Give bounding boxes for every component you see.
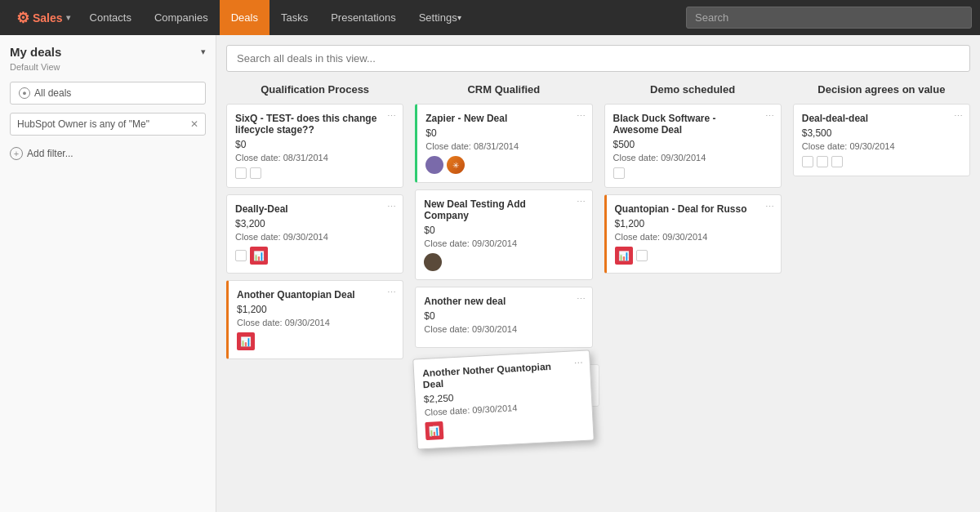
deal-title: Quantopian - Deal for Russo (615, 203, 773, 215)
sidebar: My deals ▾ Default View ● All deals HubS… (0, 35, 216, 512)
hubspot-logo-icon: ⚙ (16, 9, 29, 27)
column-crm-header: CRM Qualified (415, 83, 592, 96)
owner-filter-tag: HubSpot Owner is any of "Me" ✕ (10, 113, 206, 136)
checkbox-icon (613, 167, 625, 179)
add-filter-label: Add filter... (27, 148, 74, 159)
deal-amount: $0 (425, 127, 583, 139)
board-columns: Qualification Process ⋯ SixQ - TEST- doe… (226, 83, 970, 452)
avatar-icon (425, 156, 443, 174)
card-menu-icon[interactable]: ⋯ (574, 358, 584, 369)
nav-search-input[interactable] (686, 7, 972, 29)
deal-card[interactable]: ⋯ Deally-Deal $3,200 Close date: 09/30/2… (226, 194, 403, 274)
deal-card[interactable]: ⋯ New Deal Testing Add Company $0 Close … (415, 189, 592, 280)
checkbox-icon (802, 156, 813, 167)
column-demo: Demo scheduled ⋯ Black Duck Software - A… (604, 83, 782, 280)
checkbox-icon (817, 156, 828, 167)
card-menu-icon[interactable]: ⋯ (577, 294, 586, 305)
deal-title: Black Duck Software - Awesome Deal (613, 113, 773, 136)
card-menu-icon[interactable]: ⋯ (577, 197, 586, 207)
deal-card-icons: 📊 (425, 414, 586, 440)
deal-close-date: Close date: 08/31/2014 (235, 153, 394, 163)
nav-contacts[interactable]: Contacts (78, 0, 143, 35)
deal-amount: $500 (613, 139, 773, 150)
all-deals-filter[interactable]: ● All deals (10, 82, 206, 105)
nav-logo-arrow: ▾ (66, 13, 70, 22)
deal-close-date: Close date: 09/30/2014 (235, 232, 394, 242)
deal-amount: $3,500 (802, 127, 961, 139)
card-menu-icon[interactable]: ⋯ (387, 111, 396, 122)
nav-companies[interactable]: Companies (143, 0, 220, 35)
checkbox-icon (235, 250, 247, 261)
card-menu-icon[interactable]: ⋯ (765, 111, 774, 122)
avatar-icon (424, 253, 442, 271)
checkbox-icon (250, 167, 261, 179)
deal-card[interactable]: ⋯ Another Quantopian Deal $1,200 Close d… (226, 280, 403, 359)
main-layout: My deals ▾ Default View ● All deals HubS… (0, 35, 980, 512)
deal-title: Another Nother Quantopian Deal (422, 359, 582, 390)
chart-icon: 📊 (250, 247, 268, 265)
add-filter-button[interactable]: + Add filter... (10, 144, 206, 163)
deal-amount: $3,200 (235, 218, 394, 229)
deal-card[interactable]: ⋯ Another new deal $0 Close date: 09/30/… (415, 287, 592, 348)
column-decision-header: Decision agrees on value (793, 83, 970, 96)
dragging-card[interactable]: ⋯ Another Nother Quantopian Deal $2,250 … (412, 349, 595, 449)
circle-icon: ● (19, 87, 30, 99)
deal-close-date: Close date: 09/30/2014 (615, 232, 773, 242)
nav-tasks[interactable]: Tasks (270, 0, 319, 35)
nav-logo-text: Sales (33, 11, 63, 24)
nav-settings[interactable]: Settings (408, 0, 473, 35)
deal-title: New Deal Testing Add Company (424, 198, 583, 221)
card-menu-icon[interactable]: ⋯ (577, 111, 586, 122)
deal-card-icons (424, 253, 583, 271)
nav-logo[interactable]: ⚙ Sales ▾ (8, 9, 78, 27)
board-search-input[interactable] (226, 45, 970, 72)
column-demo-header: Demo scheduled (604, 83, 782, 96)
remove-filter-button[interactable]: ✕ (190, 118, 198, 130)
avatar-icon: ✳ (447, 156, 465, 174)
column-qualification: Qualification Process ⋯ SixQ - TEST- doe… (226, 83, 403, 366)
drag-wrapper: ⋯ Another Nother Quantopian Deal $2,250 … (415, 354, 592, 445)
deal-card[interactable]: ⋯ Deal-deal-deal $3,500 Close date: 09/3… (793, 104, 970, 176)
deal-close-date: Close date: 09/30/2014 (802, 141, 961, 151)
deal-title: Another new deal (424, 296, 583, 307)
nav-presentations[interactable]: Presentations (319, 0, 408, 35)
all-deals-label: All deals (34, 87, 71, 99)
deal-card[interactable]: ⋯ SixQ - TEST- does this change lifecycl… (226, 104, 403, 188)
deal-amount: $0 (424, 310, 583, 322)
column-crm: CRM Qualified ⋯ Zapier - New Deal $0 Clo… (415, 83, 592, 452)
card-menu-icon[interactable]: ⋯ (954, 111, 963, 122)
chart-icon: 📊 (237, 332, 255, 350)
deal-amount: $1,200 (615, 218, 773, 229)
deal-card[interactable]: ⋯ Black Duck Software - Awesome Deal $50… (604, 104, 782, 188)
sidebar-title: My deals (10, 45, 61, 59)
deal-title: SixQ - TEST- does this change lifecycle … (235, 113, 394, 136)
deal-amount: $0 (235, 139, 394, 150)
deal-card-icons (802, 156, 961, 167)
deal-close-date: Close date: 09/30/2014 (424, 324, 583, 334)
deal-close-date: Close date: 09/30/2014 (237, 318, 394, 327)
chart-icon: 📊 (615, 247, 633, 265)
sidebar-title-arrow-icon: ▾ (201, 47, 206, 57)
card-menu-icon[interactable]: ⋯ (387, 287, 396, 298)
add-filter-circle-icon: + (10, 147, 23, 160)
card-menu-icon[interactable]: ⋯ (387, 202, 396, 212)
deal-card[interactable]: ⋯ Zapier - New Deal $0 Close date: 08/31… (415, 104, 592, 183)
checkbox-icon (831, 156, 843, 167)
card-menu-icon[interactable]: ⋯ (765, 202, 774, 212)
deal-title: Zapier - New Deal (425, 113, 583, 124)
deal-title: Another Quantopian Deal (237, 289, 394, 301)
deal-card-icons (235, 167, 394, 179)
deal-close-date: Close date: 09/30/2014 (424, 238, 583, 248)
deal-card-icons: 📊 (235, 247, 394, 265)
owner-filter-label: HubSpot Owner is any of "Me" (17, 118, 149, 130)
deal-close-date: Close date: 08/31/2014 (425, 141, 583, 151)
nav-deals[interactable]: Deals (220, 0, 270, 35)
deal-card-icons (613, 167, 773, 179)
column-qualification-header: Qualification Process (226, 83, 403, 96)
deal-card-icons: 📊 (237, 332, 394, 350)
deal-title: Deally-Deal (235, 203, 394, 215)
top-navigation: ⚙ Sales ▾ Contacts Companies Deals Tasks… (0, 0, 980, 35)
chart-icon: 📊 (425, 421, 444, 440)
deal-card[interactable]: ⋯ Quantopian - Deal for Russo $1,200 Clo… (604, 194, 782, 274)
checkbox-icon (235, 167, 247, 179)
